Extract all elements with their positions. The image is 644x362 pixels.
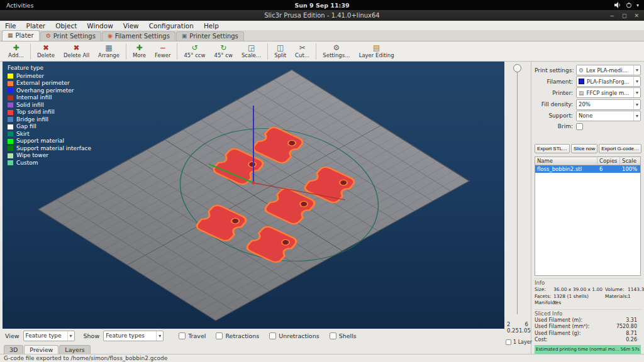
- menu-window[interactable]: Window: [82, 21, 118, 30]
- tab-3d[interactable]: 3D: [4, 345, 23, 354]
- window-title: Slic3r Prusa Edition - 1.41.0+linux64: [264, 12, 380, 19]
- toolbar-delete-button[interactable]: ✖ Delete: [33, 42, 59, 61]
- tab-printer-settings[interactable]: ▣ Printer Settings: [176, 31, 244, 41]
- legend-label: Perimeter: [16, 73, 44, 80]
- tab-layers[interactable]: Layers: [59, 345, 90, 354]
- tab-plater[interactable]: ▦ Plater: [2, 30, 40, 41]
- brim-checkbox[interactable]: [576, 123, 583, 130]
- support-label: Support:: [535, 112, 576, 119]
- checkbox-box[interactable]: [179, 332, 186, 339]
- view-combo[interactable]: Feature type ▾: [23, 331, 75, 341]
- shells-checkbox[interactable]: Shells: [330, 332, 357, 339]
- checkbox-box[interactable]: [216, 332, 223, 339]
- layer-slider-handle[interactable]: [513, 64, 521, 72]
- tab-print-settings[interactable]: ⚙ Print Settings: [40, 31, 101, 41]
- checkbox-box[interactable]: [506, 339, 511, 345]
- chevron-down-icon: ▾: [633, 65, 638, 75]
- checkbox-label: Shells: [339, 332, 357, 339]
- 3d-viewport[interactable]: Feature type Perimeter External perimete…: [3, 62, 504, 329]
- toolbar-separator: [126, 43, 126, 60]
- toolbar-split-button[interactable]: ◫ Split: [270, 42, 291, 61]
- toolbar-settings-button[interactable]: ⚙ Settings…: [318, 42, 354, 61]
- volume-value: 1143.33: [628, 287, 644, 293]
- power-icon: [626, 2, 632, 8]
- toolbar-label: Split: [274, 52, 286, 59]
- toolbar-fewer-button[interactable]: − Fewer: [150, 42, 175, 61]
- legend-swatch: [8, 160, 13, 165]
- menu-configuration[interactable]: Configuration: [144, 21, 199, 30]
- toolbar-rotate-ccw-button[interactable]: ↺ 45° ccw: [179, 42, 209, 61]
- layer-slider-track[interactable]: [517, 72, 518, 314]
- chevron-down-icon: ▾: [156, 331, 161, 341]
- support-combo[interactable]: None ▾: [576, 111, 641, 121]
- legend-item: Top solid infill: [8, 109, 91, 116]
- menu-view[interactable]: View: [118, 21, 144, 30]
- toolbar-layer-editing-button[interactable]: ▤ Layer Editing: [355, 42, 399, 61]
- column-header-name[interactable]: Name: [535, 157, 597, 165]
- maximize-button[interactable]: ◻: [622, 13, 626, 19]
- facets-value: 1328 (1 shells): [553, 293, 605, 300]
- window-title-bar[interactable]: Slic3r Prusa Edition - 1.41.0+linux64 − …: [0, 10, 644, 21]
- menu-help[interactable]: Help: [199, 21, 224, 30]
- tab-filament-settings[interactable]: ◉ Filament Settings: [102, 31, 175, 41]
- checkbox-label: 1 Layer: [513, 339, 532, 345]
- checkbox-box[interactable]: [330, 332, 336, 339]
- toolbar-rotate-cw-button[interactable]: ↻ 45° cw: [209, 42, 236, 61]
- print-settings-combo[interactable]: ⚙ Lex PLA-medium ▾: [576, 65, 641, 75]
- clock[interactable]: Sun 9 Sep 11:39: [0, 2, 644, 9]
- unretractions-checkbox[interactable]: Unretractions: [269, 332, 319, 339]
- materials-value: 1: [628, 293, 644, 300]
- size-label: Size:: [535, 287, 553, 293]
- close-button[interactable]: ✕: [634, 13, 639, 19]
- layer-editing-icon: ▤: [373, 44, 380, 52]
- menu-object[interactable]: Object: [50, 21, 82, 30]
- menu-plater[interactable]: Plater: [21, 21, 51, 30]
- toolbar-cut-button[interactable]: ✂ Cut…: [291, 42, 314, 61]
- row-label: Used Filament (m):: [535, 317, 614, 324]
- toolbar-label: 45° ccw: [184, 52, 205, 59]
- toolbar-arrange-button[interactable]: ▦ Arrange: [94, 42, 124, 61]
- show-combo[interactable]: Feature types ▾: [103, 331, 164, 341]
- legend-swatch: [8, 146, 13, 151]
- checkbox-label: Retractions: [225, 332, 259, 339]
- checkbox-box[interactable]: [269, 332, 276, 339]
- menu-file[interactable]: File: [0, 21, 21, 30]
- rotate-ccw-icon: ↺: [191, 44, 197, 52]
- estimated-time-row: Estimated printing time (normal mode): 5…: [535, 345, 641, 354]
- activities-button[interactable]: Activities: [6, 2, 33, 9]
- row-value: 0.26: [614, 337, 641, 344]
- toolbar-scale-button[interactable]: ◲ Scale…: [237, 42, 265, 61]
- retractions-checkbox[interactable]: Retractions: [216, 332, 259, 339]
- legend-item: Internal infill: [8, 94, 91, 102]
- cell-name: floss_bobbin2.stl: [535, 166, 597, 172]
- fill-density-combo[interactable]: 20% ▾: [576, 99, 641, 110]
- axis-origin: [252, 182, 255, 185]
- travel-checkbox[interactable]: Travel: [179, 332, 206, 339]
- gnome-top-bar: Activities Sun 9 Sep 11:39 ▾: [0, 0, 644, 10]
- column-header-copies[interactable]: Copies: [597, 157, 620, 165]
- arrange-icon: ▦: [105, 44, 112, 52]
- slice-now-button[interactable]: Slice now: [571, 144, 597, 153]
- row-value: 8.71: [614, 331, 641, 337]
- printer-combo[interactable]: ▤ FFCP single material L ▾: [576, 87, 641, 98]
- slider-value: 2: [507, 321, 510, 327]
- toolbar-more-button[interactable]: ✚ More: [128, 42, 150, 61]
- filament-combo[interactable]: PLA-FlashForge-BLU ▾: [576, 76, 641, 87]
- toolbar-add-button[interactable]: ✚ Add…: [4, 42, 28, 61]
- column-header-scale[interactable]: Scale: [620, 157, 640, 165]
- tab-preview[interactable]: Preview: [24, 345, 58, 354]
- system-tray[interactable]: ▾: [614, 2, 639, 8]
- minimize-button[interactable]: −: [609, 13, 614, 19]
- brim-label: Brim:: [535, 123, 576, 129]
- chevron-down-icon: ▾: [633, 77, 638, 86]
- right-panel: Print settings: ⚙ Lex PLA-medium ▾ Filam…: [531, 62, 644, 354]
- sliced-info-row: Cost: 0.26: [535, 337, 641, 344]
- one-layer-checkbox[interactable]: 1 Layer: [506, 339, 532, 345]
- table-row[interactable]: floss_bobbin2.stl 6 100%: [535, 165, 640, 173]
- main-tab-bar: ▦ Plater ⚙ Print Settings ◉ Filament Set…: [0, 31, 644, 41]
- export-stl-button[interactable]: Export STL…: [535, 144, 570, 153]
- legend-label: External perimeter: [16, 80, 70, 87]
- export-gcode-button[interactable]: Export G-code…: [599, 144, 641, 153]
- combo-value: Lex PLA-medium: [586, 67, 631, 74]
- toolbar-delete-all-button[interactable]: ✖ Delete All: [59, 42, 94, 61]
